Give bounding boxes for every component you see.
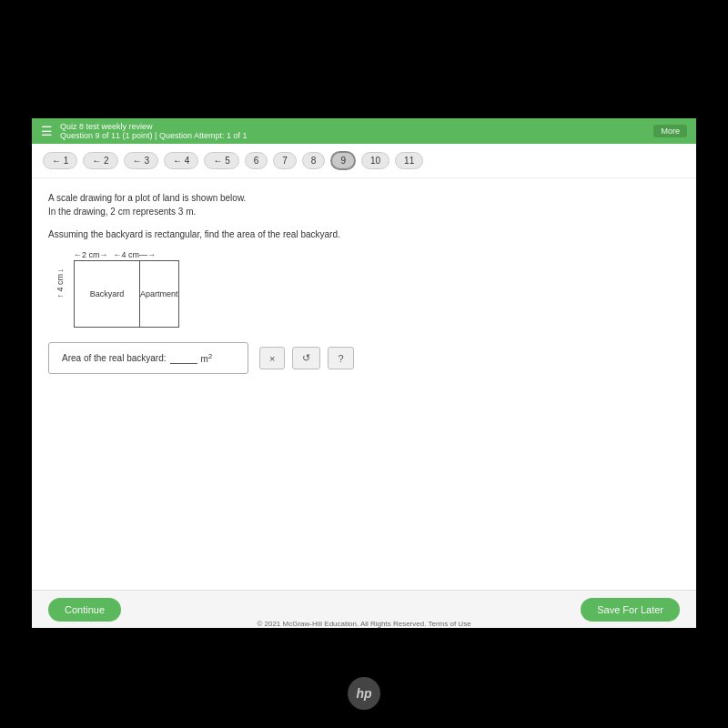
backyard-cell: Backyard <box>75 261 140 327</box>
diagram: ←2 cm→ ←4 cm—→ ↑ 4 cm ↓ <box>48 250 267 328</box>
nav-btn-1[interactable]: ← 1 <box>43 152 77 169</box>
quiz-title: Quiz 8 test weekly review <box>60 122 247 131</box>
multiply-button[interactable]: × <box>259 347 285 369</box>
nav-btn-6[interactable]: 6 <box>245 152 268 169</box>
answer-row: Area of the real backyard: m2 × ↺ ? <box>48 342 680 374</box>
nav-btn-11[interactable]: 11 <box>395 152 423 169</box>
content-area: A scale drawing for a plot of land is sh… <box>32 178 696 387</box>
hamburger-icon[interactable]: ☰ <box>41 124 53 138</box>
answer-label: Area of the real backyard: <box>62 353 167 363</box>
question-nav: ← 1 ← 2 ← 3 ← 4 ← 5 6 7 8 9 10 11 <box>32 144 696 178</box>
problem-text: A scale drawing for a plot of land is sh… <box>48 191 680 218</box>
diagram-box: Backyard Apartment <box>74 260 179 328</box>
nav-btn-4[interactable]: ← 4 <box>164 152 198 169</box>
tool-buttons: × ↺ ? <box>259 347 354 369</box>
seg2-label: ←4 cm—→ <box>114 250 157 259</box>
nav-btn-10[interactable]: 10 <box>361 152 389 169</box>
more-button[interactable]: More <box>653 125 687 137</box>
undo-button[interactable]: ↺ <box>292 347 320 369</box>
nav-btn-9[interactable]: 9 <box>330 151 356 170</box>
left-dimension-label: ↑ 4 cm ↓ <box>56 268 65 298</box>
continue-button[interactable]: Continue <box>48 598 121 622</box>
top-bar: ☰ Quiz 8 test weekly review Question 9 o… <box>32 118 696 144</box>
nav-btn-3[interactable]: ← 3 <box>124 152 158 169</box>
left-label-area: ↑ 4 cm ↓ <box>48 250 72 316</box>
nav-btn-7[interactable]: 7 <box>273 152 297 169</box>
diagram-top-arrows: ←2 cm→ ←4 cm—→ <box>74 250 267 259</box>
question-subtitle: Question 9 of 11 (1 point) | Question At… <box>60 131 247 140</box>
diagram-body: ↑ 4 cm ↓ Backyard Apartment <box>48 260 267 328</box>
nav-btn-2[interactable]: ← 2 <box>83 152 117 169</box>
problem-line1: A scale drawing for a plot of land is sh… <box>48 191 680 205</box>
hp-logo: hp <box>348 677 380 710</box>
copyright-text: © 2021 McGraw-Hill Education. All Rights… <box>0 620 728 630</box>
nav-btn-5[interactable]: ← 5 <box>204 152 238 169</box>
problem-line3: Assuming the backyard is rectangular, fi… <box>48 228 680 241</box>
save-for-later-button[interactable]: Save For Later <box>581 598 680 622</box>
unit-label: m2 <box>201 352 213 364</box>
answer-box: Area of the real backyard: m2 <box>48 342 248 374</box>
nav-btn-8[interactable]: 8 <box>302 152 326 169</box>
problem-line2: In the drawing, 2 cm represents 3 m. <box>48 205 680 218</box>
apartment-cell: Apartment <box>140 261 178 327</box>
seg1-label: ←2 cm→ <box>74 250 108 259</box>
help-button[interactable]: ? <box>328 347 353 369</box>
answer-input[interactable] <box>170 353 197 364</box>
main-screen: ☰ Quiz 8 test weekly review Question 9 o… <box>32 118 696 628</box>
